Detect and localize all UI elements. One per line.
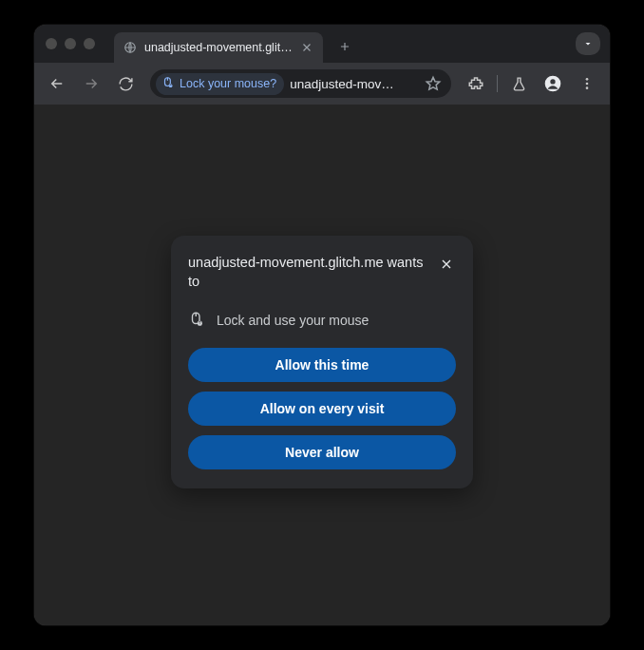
tab-search-button[interactable] [576,32,600,55]
mouse-lock-icon [161,76,175,92]
mouse-lock-icon [188,311,205,331]
svg-point-5 [550,79,555,84]
window-zoom[interactable] [84,38,95,49]
permission-label: Lock and use your mouse [217,313,369,328]
permission-dialog: unadjusted-movement.glitch.me wants to L… [171,236,473,488]
url-text: unadjusted-mov… [290,77,419,91]
back-button[interactable] [42,68,72,99]
page-content: unadjusted-movement.glitch.me wants to L… [34,105,610,625]
svg-point-8 [586,86,589,89]
globe-icon [123,41,137,54]
permission-chip-label: Lock your mouse? [180,77,276,90]
profile-button[interactable] [538,68,568,99]
browser-window: unadjusted-movement.glitch. [34,25,610,625]
close-icon[interactable] [300,41,313,54]
reload-button[interactable] [110,68,141,99]
window-minimize[interactable] [65,38,76,49]
svg-point-7 [586,83,589,86]
toolbar: Lock your mouse? unadjusted-mov… [34,63,610,105]
labs-button[interactable] [503,68,534,99]
svg-point-6 [586,78,589,81]
svg-rect-3 [170,85,172,86]
toolbar-divider [497,75,498,92]
menu-button[interactable] [572,68,602,99]
dialog-close-button[interactable] [437,255,456,274]
browser-tab[interactable]: unadjusted-movement.glitch. [114,32,323,63]
forward-button[interactable] [76,68,106,99]
dialog-title: unadjusted-movement.glitch.me wants to [188,253,427,292]
new-tab-button[interactable] [332,34,357,59]
tab-strip: unadjusted-movement.glitch. [34,25,610,63]
extensions-button[interactable] [461,68,491,99]
allow-every-visit-button[interactable]: Allow on every visit [188,392,456,426]
permission-chip[interactable]: Lock your mouse? [156,73,284,95]
address-bar[interactable]: Lock your mouse? unadjusted-mov… [150,69,451,98]
allow-this-time-button[interactable]: Allow this time [188,348,456,382]
never-allow-button[interactable]: Never allow [188,435,456,469]
window-controls [46,38,95,49]
window-close[interactable] [46,38,57,49]
bookmark-icon[interactable] [425,75,442,92]
permission-row: Lock and use your mouse [188,311,456,331]
tab-title: unadjusted-movement.glitch. [144,41,293,54]
svg-rect-11 [199,322,200,324]
